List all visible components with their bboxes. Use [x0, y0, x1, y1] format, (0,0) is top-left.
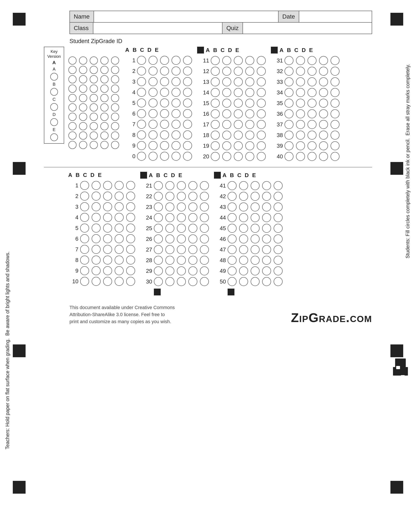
- class-input[interactable]: [93, 23, 222, 34]
- id-c1-7[interactable]: [68, 122, 76, 130]
- id-c1-8[interactable]: [68, 132, 76, 140]
- key-bubble-d[interactable]: [50, 118, 58, 126]
- q-row-44: 44: [214, 213, 283, 222]
- col-letters-11-20: ABCDE: [206, 47, 239, 54]
- id-c1-6[interactable]: [68, 113, 76, 121]
- id-c1-9[interactable]: [68, 141, 76, 149]
- student-id-label: Student ZipGrade ID: [69, 38, 372, 45]
- key-version-value: A: [52, 60, 56, 66]
- q-row-0: 0: [123, 152, 192, 161]
- corner-mark-tl: [13, 13, 26, 26]
- q-row-31: 31: [271, 56, 340, 65]
- col-header-21-30: ABCDE: [140, 172, 209, 179]
- q-row-b5: 5: [66, 224, 135, 233]
- id-columns: [68, 48, 119, 149]
- corner-mark-mr: [390, 162, 403, 175]
- corner-mark-bl: [13, 481, 26, 494]
- col-letters-41-50: ABCDE: [223, 172, 256, 179]
- id-c1-5[interactable]: [68, 103, 76, 112]
- q-row-14: 14: [197, 88, 266, 97]
- class-label: Class: [70, 23, 93, 34]
- corner-mark-tr: [390, 13, 403, 26]
- q-row-4: 4: [123, 88, 192, 97]
- puzzle-icon: [393, 359, 408, 379]
- key-bubble-c[interactable]: [50, 103, 58, 111]
- key-bubbles: A B C D E: [50, 67, 58, 141]
- col-header-1-10: ABCDE: [123, 47, 192, 53]
- q-row-25: 25: [140, 224, 209, 233]
- q-row-11: 11: [197, 56, 266, 65]
- date-input[interactable]: [299, 11, 372, 22]
- date-label: Date: [278, 11, 299, 22]
- col-letters-31-40: ABCDE: [279, 47, 313, 54]
- answer-grid-bottom: ABCDE 1 2 3 4 5 6 7 8 9 10 ABCDE: [44, 172, 372, 295]
- col-square-21-30: [140, 172, 147, 179]
- name-label: Name: [70, 11, 94, 22]
- q-row-29: 29: [140, 266, 209, 275]
- q-row-28: 28: [140, 256, 209, 265]
- id-c1-2[interactable]: [68, 75, 76, 83]
- q-row-21: 21: [140, 181, 209, 190]
- bottom-square-30: [154, 289, 161, 295]
- name-input[interactable]: [94, 11, 278, 22]
- quiz-label: Quiz: [222, 23, 243, 34]
- q-row-50: 50: [214, 277, 283, 286]
- key-letter-b: B: [53, 82, 56, 87]
- q-row-b4: 4: [66, 213, 135, 222]
- q-row-41: 41: [214, 181, 283, 190]
- q-row-20: 20: [197, 152, 266, 161]
- main-content: Name Date Class Quiz Student ZipGrade ID…: [27, 0, 389, 340]
- q-row-42: 42: [214, 192, 283, 201]
- footer: This document available under Creative C…: [69, 304, 372, 329]
- key-bubble-a[interactable]: [50, 73, 58, 81]
- q-row-34: 34: [271, 88, 340, 97]
- quiz-input[interactable]: [243, 23, 372, 34]
- col-square-31-40: [271, 47, 278, 54]
- key-letter-e: E: [53, 127, 56, 132]
- q-row-16: 16: [197, 109, 266, 118]
- col-letters-21-30: ABCDE: [149, 172, 182, 179]
- bubble-section: KeyVersion A A B C D E: [44, 47, 372, 163]
- col-header-11-20: ABCDE: [197, 47, 266, 54]
- class-quiz-row: Class Quiz: [69, 22, 372, 34]
- id-c1-0[interactable]: [68, 57, 76, 65]
- id-c1-4[interactable]: [68, 94, 76, 102]
- q-row-b8: 8: [66, 256, 135, 265]
- q-row-23: 23: [140, 202, 209, 211]
- q-row-8: 8: [123, 131, 192, 139]
- teachers-instruction-text: Teachers: Hold paper on flat surface whe…: [4, 251, 11, 449]
- id-col-4: [100, 48, 108, 149]
- id-col-5: [111, 48, 119, 149]
- q-row-32: 32: [271, 67, 340, 76]
- q-row-39: 39: [271, 141, 340, 150]
- q-row-3: 3: [123, 77, 192, 86]
- key-letter-d: D: [52, 112, 56, 117]
- col-header-41-50: ABCDE: [214, 172, 283, 179]
- name-date-row: Name Date: [69, 11, 372, 23]
- svg-rect-3: [401, 375, 405, 378]
- q-row-22: 22: [140, 192, 209, 201]
- answer-grid-top: ABCDE 1 2 3 4 5 6 7 8 9 0: [123, 47, 340, 163]
- key-bubble-e[interactable]: [50, 133, 58, 141]
- q-row-b7: 7: [66, 245, 135, 254]
- spacer-left: [44, 172, 61, 295]
- q-row-b10: 10: [66, 277, 135, 286]
- page: Students: Fill circles completely with b…: [0, 0, 416, 532]
- id-c1-3[interactable]: [68, 85, 76, 93]
- answer-col-41-50: ABCDE 41 42 43 44 45 46 47 48 49 50: [214, 172, 283, 295]
- q-row-33: 33: [271, 77, 340, 86]
- q-row-15: 15: [197, 99, 266, 108]
- corner-mark-br: [390, 481, 403, 494]
- q-row-36: 36: [271, 109, 340, 118]
- key-bubble-b[interactable]: [50, 88, 58, 96]
- footer-license-text: This document available under Creative C…: [69, 304, 175, 325]
- id-c1-1[interactable]: [68, 66, 76, 74]
- q-row-13: 13: [197, 77, 266, 86]
- col-letters-1-10: ABCDE: [125, 47, 158, 53]
- q-row-49: 49: [214, 266, 283, 275]
- q-row-1: 1: [123, 56, 192, 65]
- q-row-30: 30: [140, 277, 209, 286]
- corner-mark-bmr: [390, 344, 403, 357]
- q-row-26: 26: [140, 234, 209, 243]
- q-row-b2: 2: [66, 192, 135, 200]
